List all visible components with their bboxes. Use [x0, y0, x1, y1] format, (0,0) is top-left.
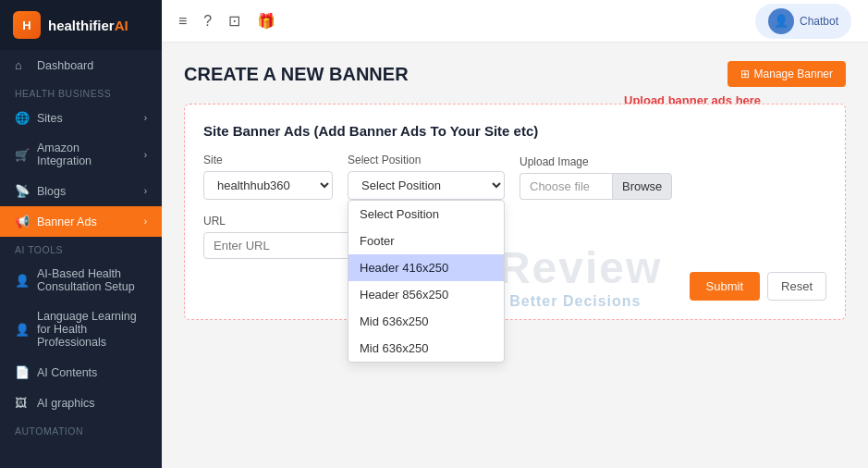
sidebar-item-amazon[interactable]: 🛒 Amazon Integration ›	[0, 133, 162, 176]
dropdown-item-footer[interactable]: Footer	[348, 228, 504, 254]
sidebar-item-dashboard[interactable]: ⌂ Dashboard	[0, 50, 162, 80]
page-title: CREATE A NEW BANNER	[184, 64, 409, 85]
manage-btn-label: Manage Banner	[754, 68, 833, 80]
chevron-right-icon: ›	[144, 186, 147, 196]
chatbot-button[interactable]: 👤 Chatbot	[755, 4, 851, 39]
sidebar-item-sites[interactable]: 🌐 Sites ›	[0, 103, 162, 133]
position-label: Select Position	[348, 154, 505, 166]
sidebar-item-ai-health[interactable]: 👤 AI-Based Health Consultation Setup	[0, 259, 162, 302]
browse-button[interactable]: Browse	[612, 173, 672, 200]
site-field-group: Site healthhub360	[203, 154, 333, 200]
sidebar-item-label: Amazon Integration	[37, 142, 137, 167]
sidebar: H healthifierAI ⌂ Dashboard Health Busin…	[0, 0, 162, 468]
position-dropdown-wrapper: Select Position Select Position Footer H…	[348, 171, 505, 200]
sidebar-section-health: Health Business	[0, 80, 162, 103]
dropdown-item-header1[interactable]: Header 416x250	[348, 254, 504, 281]
site-label: Site	[203, 154, 333, 166]
ai-contents-icon: 📄	[15, 365, 30, 379]
sidebar-item-label: AI-Based Health Consultation Setup	[37, 267, 147, 293]
position-select[interactable]: Select Position	[348, 171, 505, 200]
upload-field-group: Upload Image Choose file Browse	[520, 155, 672, 200]
manage-icon: ⊞	[740, 68, 750, 80]
sidebar-item-label: Blogs	[37, 185, 66, 198]
position-dropdown-menu: Select Position Footer Header 416x250 He…	[348, 200, 505, 363]
logo-accent: AI	[115, 18, 128, 33]
content-area: CREATE A NEW BANNER ⊞ Manage Banner Uplo…	[162, 43, 868, 468]
chevron-right-icon: ›	[144, 216, 147, 227]
chevron-right-icon: ›	[144, 150, 147, 160]
url-input[interactable]	[203, 232, 351, 259]
position-field-group: Select Position Select Position Select P…	[348, 154, 505, 200]
logo-text: healthifierAI	[48, 18, 128, 33]
ai-health-icon: 👤	[15, 274, 30, 288]
dashboard-icon: ⌂	[15, 58, 30, 72]
sidebar-item-label: AI graphics	[37, 397, 95, 410]
reset-button[interactable]: Reset	[767, 272, 826, 301]
chevron-right-icon: ›	[144, 113, 147, 123]
banner-form-card: Site Banner Ads (Add Banner Ads To Your …	[184, 104, 846, 320]
amazon-icon: 🛒	[15, 148, 30, 162]
chatbot-label: Chatbot	[800, 15, 838, 28]
gift-icon[interactable]: 🎁	[257, 12, 275, 30]
help-icon[interactable]: ?	[203, 13, 212, 30]
sites-icon: 🌐	[15, 111, 30, 125]
sidebar-item-ai-graphics[interactable]: 🖼 AI graphics	[0, 388, 162, 418]
dropdown-item-header2[interactable]: Header 856x250	[348, 281, 504, 308]
sidebar-item-ai-contents[interactable]: 📄 AI Contents	[0, 357, 162, 388]
ai-graphics-icon: 🖼	[15, 396, 30, 410]
language-icon: 👤	[15, 323, 30, 337]
url-label: URL	[203, 215, 351, 228]
page-header: CREATE A NEW BANNER ⊞ Manage Banner	[184, 61, 846, 87]
submit-button[interactable]: Submit	[690, 272, 760, 301]
menu-icon[interactable]: ≡	[178, 13, 187, 30]
manage-banner-button[interactable]: ⊞ Manage Banner	[727, 61, 846, 87]
sidebar-section-automation: Automation	[0, 418, 162, 440]
grid-icon[interactable]: ⊡	[228, 12, 240, 30]
sidebar-logo: H healthifierAI	[0, 0, 162, 50]
file-text: Choose file	[520, 173, 612, 200]
file-input-group: Choose file Browse	[520, 173, 672, 200]
sidebar-item-blogs[interactable]: 📡 Blogs ›	[0, 176, 162, 206]
blogs-icon: 📡	[15, 184, 30, 198]
action-buttons: Submit Reset	[203, 272, 826, 301]
topbar: ≡ ? ⊡ 🎁 👤 Chatbot	[162, 0, 868, 43]
upload-label: Upload Image	[520, 155, 672, 168]
card-title: Site Banner Ads (Add Banner Ads To Your …	[203, 123, 826, 139]
sidebar-section-ai: AI Tools	[0, 237, 162, 259]
sidebar-item-language[interactable]: 👤 Language Learning for Health Professio…	[0, 302, 162, 357]
url-field-group: URL	[203, 215, 351, 259]
chatbot-avatar: 👤	[768, 8, 794, 34]
sidebar-item-label: Banner Ads	[37, 216, 97, 228]
dropdown-item-mid2[interactable]: Mid 636x250	[348, 335, 504, 362]
site-select[interactable]: healthhub360	[203, 171, 333, 200]
main-area: ≡ ? ⊡ 🎁 👤 Chatbot CREATE A NEW BANNER ⊞ …	[162, 0, 868, 468]
sidebar-item-label: Sites	[37, 112, 63, 125]
dropdown-item-default[interactable]: Select Position	[348, 201, 504, 228]
banner-ads-icon: 📢	[15, 215, 30, 228]
dropdown-item-mid1[interactable]: Mid 636x250	[348, 308, 504, 335]
sidebar-item-label: AI Contents	[37, 366, 97, 379]
form-row: Site healthhub360 Select Position Select…	[203, 154, 826, 259]
sidebar-item-banner-ads[interactable]: 📢 Banner Ads ›	[0, 206, 162, 237]
logo-icon: H	[13, 11, 41, 39]
sidebar-item-label: Language Learning for Health Professiona…	[37, 310, 147, 349]
sidebar-item-label: Dashboard	[37, 59, 93, 72]
